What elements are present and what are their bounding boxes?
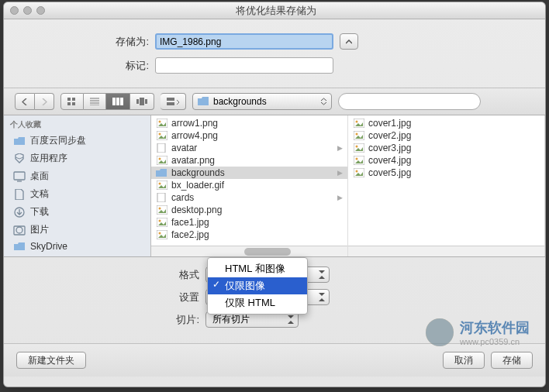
column-view: arrow1.pngarrow4.pngavatar▶avatar.pngbac… [151, 115, 545, 256]
file-item[interactable]: cover1.jpg [348, 117, 544, 129]
file-item[interactable]: cover3.jpg [348, 142, 544, 154]
sidebar-item[interactable]: 图片 [4, 221, 150, 239]
sidebar-item[interactable]: 应用程序 [4, 150, 150, 167]
menu-item[interactable]: 仅限 HTML [208, 294, 307, 311]
scrollbar[interactable] [151, 246, 347, 256]
svg-rect-12 [140, 98, 144, 105]
chevron-up-icon [346, 40, 352, 44]
svg-point-31 [158, 158, 161, 160]
collapse-button[interactable] [340, 33, 358, 50]
sidebar-item-label: 文稿 [30, 187, 49, 201]
coverflow-icon [136, 98, 147, 105]
file-item[interactable]: cover4.jpg [348, 154, 544, 167]
img-icon [353, 156, 364, 166]
sidebar: 个人收藏 百度云同步盘应用程序桌面文稿下载图片SkyDrive [4, 115, 151, 256]
save-as-input[interactable] [155, 33, 333, 50]
chevron-right-icon: ▶ [337, 194, 343, 201]
columns-icon [112, 98, 123, 105]
options-panel: 格式 设置 切片: 所有切片 HTML 和图像✓仅限图像仅限 HTML [4, 257, 545, 343]
svg-rect-15 [167, 102, 174, 105]
svg-rect-2 [67, 102, 71, 105]
sidebar-item[interactable]: 文稿 [4, 185, 150, 203]
img-icon [156, 119, 167, 129]
window-controls [4, 6, 45, 15]
arrange-icon [167, 98, 179, 105]
cancel-button[interactable]: 取消 [443, 352, 485, 369]
path-label: backgrounds [213, 96, 267, 107]
sidebar-item-label: 图片 [30, 223, 49, 236]
svg-point-50 [355, 170, 357, 173]
minimize-window-button[interactable] [23, 6, 32, 15]
svg-line-19 [19, 157, 23, 159]
coverflow-view-button[interactable] [130, 93, 154, 110]
file-name: cover4.jpg [368, 155, 411, 166]
file-icon [156, 143, 167, 153]
svg-line-18 [16, 157, 19, 159]
sidebar-header: 个人收藏 [4, 118, 150, 132]
zoom-window-button[interactable] [36, 6, 45, 15]
file-item[interactable]: cards▶ [151, 191, 347, 204]
path-selector[interactable]: backgrounds [192, 93, 332, 110]
file-name: face2.jpg [171, 229, 209, 240]
svg-rect-11 [136, 99, 139, 104]
svg-point-44 [355, 133, 357, 136]
new-folder-button[interactable]: 新建文件夹 [16, 352, 86, 369]
back-button[interactable] [15, 93, 35, 110]
browser-toolbar: backgrounds [4, 88, 545, 115]
svg-rect-8 [112, 98, 116, 105]
img-icon [156, 218, 167, 228]
slices-label: 切片: [27, 313, 205, 327]
file-item[interactable]: face2.jpg [151, 229, 347, 241]
file-item[interactable]: backgrounds▶ [151, 167, 347, 179]
svg-rect-34 [157, 193, 165, 202]
file-item[interactable]: arrow1.png [151, 117, 347, 129]
img-icon [156, 181, 167, 191]
arrange-button[interactable] [161, 93, 186, 110]
svg-point-28 [158, 133, 161, 136]
file-name: cover1.jpg [368, 118, 411, 129]
file-item[interactable]: cover2.jpg [348, 129, 544, 142]
folder-icon [13, 241, 26, 252]
svg-rect-0 [67, 98, 71, 101]
forward-button[interactable] [35, 93, 54, 110]
sidebar-item-label: 桌面 [30, 170, 49, 183]
scrollbar[interactable] [348, 246, 544, 256]
sidebar-item-label: 应用程序 [30, 152, 67, 165]
tags-input[interactable] [155, 57, 333, 74]
chevron-right-icon: ▶ [337, 144, 343, 152]
dialog-footer: 新建文件夹 取消 存储 [4, 343, 545, 377]
close-window-button[interactable] [10, 6, 19, 15]
file-name: cover2.jpg [368, 130, 411, 141]
img-icon [156, 131, 167, 141]
img-icon [156, 156, 167, 166]
column-view-button[interactable] [106, 93, 130, 110]
list-view-button[interactable] [84, 93, 106, 110]
file-item[interactable]: arrow4.png [151, 129, 347, 142]
icon-view-button[interactable] [60, 93, 84, 110]
file-item[interactable]: avatar▶ [151, 142, 347, 154]
file-item[interactable]: face1.jpg [151, 216, 347, 229]
sidebar-item[interactable]: 桌面 [4, 167, 150, 185]
file-name: arrow1.png [171, 118, 218, 129]
settings-label: 设置 [27, 291, 205, 304]
svg-rect-3 [72, 102, 75, 105]
file-item[interactable]: bx_loader.gif [151, 179, 347, 191]
file-item[interactable]: desktop.png [151, 204, 347, 216]
sidebar-item[interactable]: SkyDrive [4, 239, 150, 254]
svg-point-36 [158, 208, 161, 210]
file-browser: 个人收藏 百度云同步盘应用程序桌面文稿下载图片SkyDrive arrow1.p… [4, 115, 545, 257]
sidebar-item[interactable]: 下载 [4, 203, 150, 221]
file-item[interactable]: cover5.jpg [348, 167, 544, 179]
file-item[interactable]: avatar.png [151, 154, 347, 167]
sidebar-item[interactable]: 百度云同步盘 [4, 132, 150, 150]
column-1: arrow1.pngarrow4.pngavatar▶avatar.pngbac… [151, 115, 348, 256]
menu-item[interactable]: ✓仅限图像 [208, 277, 307, 294]
save-button[interactable]: 存储 [491, 352, 533, 369]
format-dropdown-menu: HTML 和图像✓仅限图像仅限 HTML [207, 257, 308, 315]
img-icon [353, 143, 364, 153]
menu-item[interactable]: HTML 和图像 [208, 260, 307, 277]
svg-point-46 [355, 146, 357, 148]
svg-rect-20 [14, 172, 25, 180]
search-wrap [338, 93, 534, 110]
search-input[interactable] [338, 93, 481, 110]
